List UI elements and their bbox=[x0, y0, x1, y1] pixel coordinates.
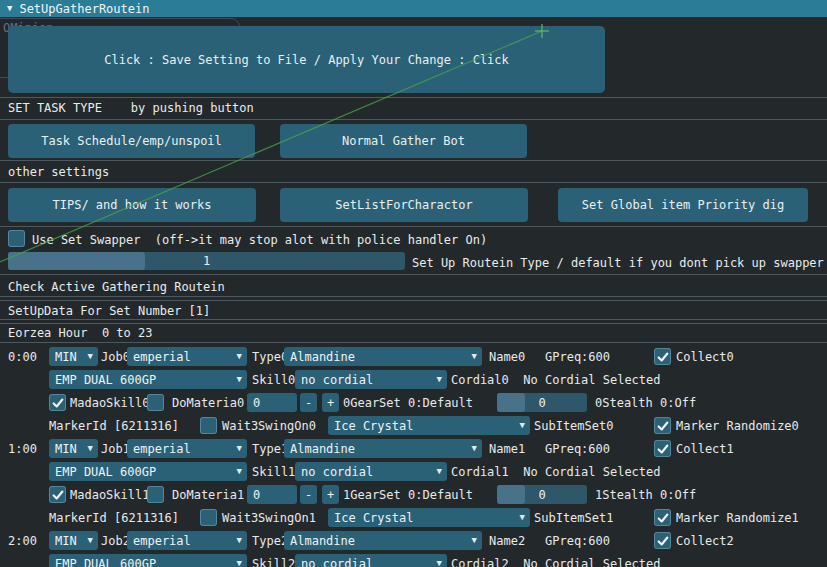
wait3swing0-checkbox[interactable] bbox=[200, 417, 217, 434]
task-schedule-button[interactable]: Task Schedule/emp/unspoil bbox=[8, 124, 255, 158]
skill1-combo[interactable]: no cordial ▼ bbox=[295, 462, 447, 481]
chevron-down-icon: ▼ bbox=[520, 420, 525, 430]
markerid0-label: MarkerId [6211316] bbox=[49, 419, 179, 433]
slider-grab[interactable] bbox=[8, 252, 145, 270]
domateria0-input[interactable]: 0 bbox=[247, 393, 297, 412]
gearset1-label: 1GearSet 0:Default bbox=[343, 488, 473, 502]
title-bar[interactable]: ▼ SetUpGatherRoutein bbox=[0, 0, 827, 17]
job2-combo[interactable]: emperial ▼ bbox=[127, 531, 247, 550]
slider-value: 1 bbox=[203, 254, 210, 268]
type2-label: Type2 bbox=[252, 534, 288, 548]
domateria0-minus-button[interactable]: - bbox=[300, 393, 317, 412]
marker-randomize0-label: Marker Randomize0 bbox=[676, 419, 799, 433]
skill0-label: Skill0 bbox=[252, 373, 295, 387]
tips-button[interactable]: TIPS/ and how it works bbox=[8, 188, 256, 222]
collapse-triangle-icon[interactable]: ▼ bbox=[7, 4, 12, 13]
collect2-checkbox[interactable] bbox=[654, 532, 671, 549]
domateria1-minus-button[interactable]: - bbox=[300, 485, 317, 504]
skill2-combo[interactable]: no cordial ▼ bbox=[295, 554, 447, 567]
marker-randomize1-checkbox[interactable] bbox=[654, 509, 671, 526]
hour-label: 0:00 bbox=[8, 350, 37, 364]
cordial0-label: Cordial0 No Cordial Selected bbox=[451, 373, 661, 387]
emp0-combo[interactable]: EMP DUAL 600GP ▼ bbox=[49, 370, 247, 389]
subitem0-combo[interactable]: Ice Crystal ▼ bbox=[328, 416, 530, 435]
stealth0-label: 0Stealth 0:Off bbox=[595, 396, 696, 410]
markerid1-label: MarkerId [6211316] bbox=[49, 511, 179, 525]
row1-line3: MadaoSkill1 DoMateria1 0 - + 1GearSet 0:… bbox=[0, 485, 827, 505]
emp1-combo[interactable]: EMP DUAL 600GP ▼ bbox=[49, 462, 247, 481]
routein-type-slider[interactable]: 1 bbox=[8, 252, 405, 270]
class2-combo[interactable]: MIN ▼ bbox=[49, 531, 98, 550]
madaoskill1-checkbox[interactable] bbox=[49, 486, 66, 503]
domateria0-checkbox[interactable] bbox=[147, 394, 164, 411]
separator bbox=[0, 97, 827, 98]
chevron-down-icon: ▼ bbox=[520, 512, 525, 522]
job0-combo[interactable]: emperial ▼ bbox=[127, 347, 247, 366]
collect1-checkbox[interactable] bbox=[654, 440, 671, 457]
stealth1-slider[interactable]: 0 bbox=[497, 485, 587, 504]
class0-combo[interactable]: MIN ▼ bbox=[49, 347, 98, 366]
chevron-down-icon: ▼ bbox=[472, 443, 477, 453]
madaoskill0-checkbox[interactable] bbox=[49, 394, 66, 411]
normal-gather-bot-button[interactable]: Normal Gather Bot bbox=[280, 124, 527, 158]
stealth0-slider[interactable]: 0 bbox=[497, 393, 587, 412]
class1-combo[interactable]: MIN ▼ bbox=[49, 439, 98, 458]
slider-grab[interactable] bbox=[497, 485, 525, 504]
separator bbox=[0, 342, 827, 343]
chevron-down-icon: ▼ bbox=[437, 558, 442, 567]
slider-grab[interactable] bbox=[497, 393, 525, 412]
row1-line4: MarkerId [6211316] Wait3SwingOn1 Ice Cry… bbox=[0, 508, 827, 528]
domateria1-input[interactable]: 0 bbox=[247, 485, 297, 504]
separator bbox=[0, 300, 827, 301]
domateria0-plus-button[interactable]: + bbox=[322, 393, 339, 412]
wait3swing0-label: Wait3SwingOn0 bbox=[222, 419, 316, 433]
row2-line2: EMP DUAL 600GP ▼ Skill2 no cordial ▼ Cor… bbox=[0, 554, 827, 567]
name1-label: Name1 bbox=[489, 442, 525, 456]
separator bbox=[0, 319, 827, 320]
subitem1-combo[interactable]: Ice Crystal ▼ bbox=[328, 508, 530, 527]
gpreq1-label: GPreq:600 bbox=[545, 442, 610, 456]
subitemset1-label: SubItemSet1 bbox=[534, 511, 613, 525]
job1-label: Job1 bbox=[101, 442, 130, 456]
separator bbox=[0, 323, 827, 324]
chevron-down-icon: ▼ bbox=[237, 351, 242, 361]
emp2-combo[interactable]: EMP DUAL 600GP ▼ bbox=[49, 554, 247, 567]
separator bbox=[0, 119, 827, 120]
skill0-combo[interactable]: no cordial ▼ bbox=[295, 370, 447, 389]
domateria0-label: DoMateria0 bbox=[172, 396, 244, 410]
name0-label: Name0 bbox=[489, 350, 525, 364]
separator bbox=[0, 274, 827, 275]
marker-randomize0-checkbox[interactable] bbox=[654, 417, 671, 434]
collect1-label: Collect1 bbox=[676, 442, 734, 456]
chevron-down-icon: ▼ bbox=[437, 374, 442, 384]
type1-label: Type1 bbox=[252, 442, 288, 456]
chevron-down-icon: ▼ bbox=[88, 351, 93, 361]
chevron-down-icon: ▼ bbox=[472, 535, 477, 545]
save-apply-button[interactable]: Click : Save Setting to File / Apply You… bbox=[8, 26, 605, 93]
set-list-for-charactor-button[interactable]: SetListForCharactor bbox=[280, 188, 528, 222]
type0-combo[interactable]: Almandine ▼ bbox=[284, 347, 482, 366]
type1-combo[interactable]: Almandine ▼ bbox=[284, 439, 482, 458]
hour-label: 1:00 bbox=[8, 442, 37, 456]
collect0-checkbox[interactable] bbox=[654, 348, 671, 365]
separator bbox=[0, 182, 827, 183]
chevron-down-icon: ▼ bbox=[472, 351, 477, 361]
skill2-label: Skill2 bbox=[252, 557, 295, 567]
gearset0-label: 0GearSet 0:Default bbox=[343, 396, 473, 410]
task-type-header: SET TASK TYPE by pushing button bbox=[8, 101, 254, 115]
marker-randomize1-label: Marker Randomize1 bbox=[676, 511, 799, 525]
use-set-swapper-checkbox[interactable] bbox=[8, 230, 25, 247]
job1-combo[interactable]: emperial ▼ bbox=[127, 439, 247, 458]
domateria1-plus-button[interactable]: + bbox=[322, 485, 339, 504]
set-global-item-priority-button[interactable]: Set Global item Priority dig bbox=[558, 188, 808, 222]
separator bbox=[0, 160, 827, 161]
slider-value: 0 bbox=[538, 488, 545, 502]
row0-line4: MarkerId [6211316] Wait3SwingOn0 Ice Cry… bbox=[0, 416, 827, 436]
domateria1-checkbox[interactable] bbox=[147, 486, 164, 503]
type2-combo[interactable]: Almandine ▼ bbox=[284, 531, 482, 550]
madaoskill1-label: MadaoSkill1 bbox=[70, 488, 149, 502]
routein-slider-label: Set Up Routein Type / default if you don… bbox=[412, 256, 824, 270]
row0-line3: MadaoSkill0 DoMateria0 0 - + 0GearSet 0:… bbox=[0, 393, 827, 413]
wait3swing1-checkbox[interactable] bbox=[200, 509, 217, 526]
name2-label: Name2 bbox=[489, 534, 525, 548]
